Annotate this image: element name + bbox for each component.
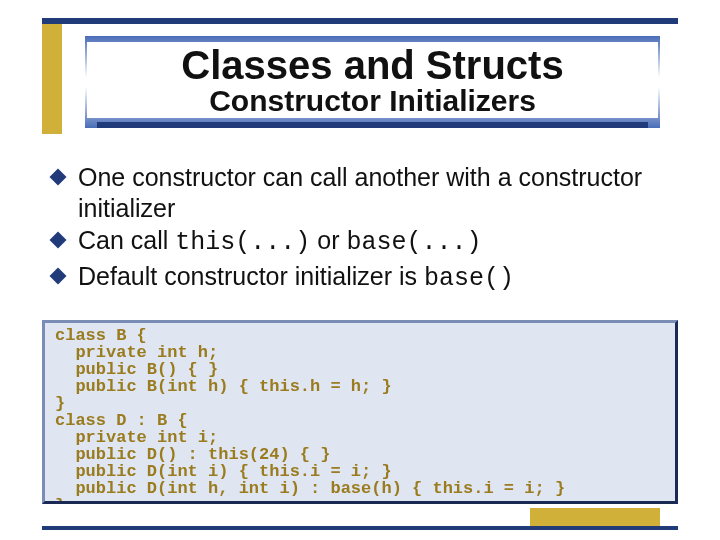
bullet-text-part: Can call (78, 226, 175, 254)
bullet-text-part: or (310, 226, 346, 254)
bullet-text: One constructor can call another with a … (78, 162, 670, 223)
title-underline (97, 122, 648, 128)
diamond-icon (50, 169, 67, 186)
bullet-text-part: Default constructor initializer is (78, 262, 424, 290)
bullet-text: Can call this(...) or base(...) (78, 225, 481, 259)
diamond-icon (50, 267, 67, 284)
bottom-accent-gold (530, 508, 660, 526)
slide-subtitle: Constructor Initializers (107, 84, 638, 118)
diamond-icon (50, 232, 67, 249)
bullet-text-part: One constructor can call another with a … (78, 163, 642, 222)
bullet-code: base() (424, 264, 514, 293)
bullet-item: Default constructor initializer is base(… (52, 261, 670, 295)
left-accent-bar (42, 24, 62, 134)
bullet-list: One constructor can call another with a … (52, 162, 670, 296)
bullet-text: Default constructor initializer is base(… (78, 261, 514, 295)
bullet-code: base(...) (346, 228, 481, 257)
top-accent-bar (42, 18, 678, 24)
bullet-item: Can call this(...) or base(...) (52, 225, 670, 259)
slide: Classes and Structs Constructor Initiali… (0, 0, 720, 540)
bullet-code: this(...) (175, 228, 310, 257)
bullet-item: One constructor can call another with a … (52, 162, 670, 223)
code-block: class B { private int h; public B() { } … (42, 320, 678, 504)
title-block: Classes and Structs Constructor Initiali… (85, 36, 660, 128)
bottom-accent-line (42, 526, 678, 530)
slide-title: Classes and Structs (107, 44, 638, 86)
title-inner: Classes and Structs Constructor Initiali… (87, 42, 658, 118)
